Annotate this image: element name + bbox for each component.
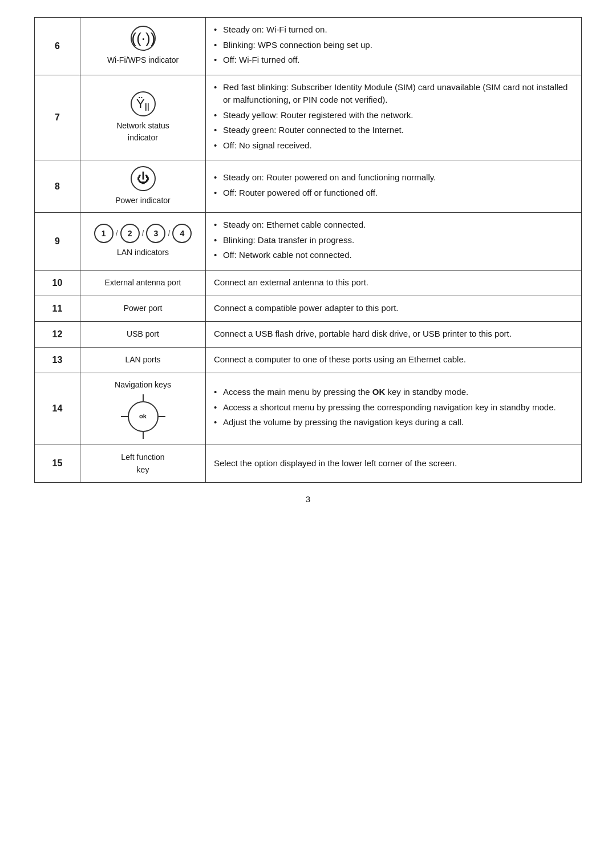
network-icon: Ÿll — [131, 91, 156, 116]
row-description: Steady on: Wi-Fi turned on. Blinking: WP… — [206, 18, 582, 75]
table-row: 11 Power port Connect a compatible power… — [35, 296, 582, 321]
list-item: Red fast blinking: Subscriber Identity M… — [214, 81, 573, 107]
page-container: 6 ((·)) Wi-Fi/WPS indicator Steady on: W… — [34, 17, 582, 504]
row-number: 13 — [35, 347, 80, 373]
list-item: Access the main menu by pressing the OK … — [214, 386, 573, 399]
page-number: 3 — [34, 494, 582, 504]
row-description: Connect a USB flash drive, portable hard… — [206, 321, 582, 347]
power-label: Power indicator — [115, 195, 171, 207]
list-item: Blinking: WPS connection being set up. — [214, 39, 573, 52]
row-indicator: ⏻ Power indicator — [80, 160, 206, 213]
list-item: Access a shortcut menu by pressing the c… — [214, 401, 573, 414]
row-number: 11 — [35, 296, 80, 321]
left-fn-label: Left functionkey — [121, 453, 164, 475]
lan-icons: 1 / 2 / 3 / 4 — [94, 224, 192, 243]
list-item: Steady on: Router powered on and functio… — [214, 171, 573, 184]
usb-desc: Connect a USB flash drive, portable hard… — [214, 329, 512, 338]
wifi-icon: ((·)) — [131, 26, 156, 51]
row-description: Steady on: Ethernet cable connected. Bli… — [206, 213, 582, 271]
lan-num-4: 4 — [172, 224, 192, 243]
list-item: Blinking: Data transfer in progress. — [214, 234, 573, 247]
antenna-label: External antenna port — [105, 278, 181, 287]
power-port-label: Power port — [124, 304, 163, 313]
table-row: 9 1 / 2 / 3 / 4 LAN indicators — [35, 213, 582, 271]
usb-label: USB port — [127, 329, 159, 338]
row-indicator: USB port — [80, 321, 206, 347]
row-number: 6 — [35, 18, 80, 75]
wifi-label: Wi-Fi/WPS indicator — [107, 54, 179, 66]
row-description: Connect a compatible power adapter to th… — [206, 296, 582, 321]
nav-keys-label-top: Navigation keys — [115, 379, 171, 391]
row-description: Access the main menu by pressing the OK … — [206, 373, 582, 445]
list-item: Steady green: Router connected to the In… — [214, 124, 573, 137]
lan-num-3: 3 — [146, 224, 165, 243]
table-row: 12 USB port Connect a USB flash drive, p… — [35, 321, 582, 347]
row-number: 8 — [35, 160, 80, 213]
list-item: Off: Network cable not connected. — [214, 249, 573, 262]
list-item: Off: Wi-Fi turned off. — [214, 54, 573, 67]
row-description: Connect an external antenna to this port… — [206, 270, 582, 296]
indicator-table: 6 ((·)) Wi-Fi/WPS indicator Steady on: W… — [34, 17, 582, 483]
table-row: 15 Left functionkey Select the option di… — [35, 445, 582, 482]
list-item: Adjust the volume by pressing the naviga… — [214, 416, 573, 429]
table-row: 8 ⏻ Power indicator Steady on: Router po… — [35, 160, 582, 213]
lan-num-2: 2 — [120, 224, 140, 243]
row-indicator: 1 / 2 / 3 / 4 LAN indicators — [80, 213, 206, 271]
row-number: 12 — [35, 321, 80, 347]
row-description: Steady on: Router powered on and functio… — [206, 160, 582, 213]
table-row: 7 Ÿll Network statusindicator Red fast b… — [35, 75, 582, 160]
row-description: Connect a computer to one of these ports… — [206, 347, 582, 373]
row-indicator: External antenna port — [80, 270, 206, 296]
list-item: Off: No signal received. — [214, 139, 573, 152]
row-indicator: Power port — [80, 296, 206, 321]
row-number: 7 — [35, 75, 80, 160]
table-row: 10 External antenna port Connect an exte… — [35, 270, 582, 296]
row-indicator: Left functionkey — [80, 445, 206, 482]
left-fn-desc: Select the option displayed in the lower… — [214, 458, 457, 468]
row-description: Select the option displayed in the lower… — [206, 445, 582, 482]
row-indicator: Navigation keys ok — [80, 373, 206, 445]
row-indicator: Ÿll Network statusindicator — [80, 75, 206, 160]
row-indicator: ((·)) Wi-Fi/WPS indicator — [80, 18, 206, 75]
lan-num-1: 1 — [94, 224, 114, 243]
network-label: Network statusindicator — [116, 120, 169, 144]
antenna-desc: Connect an external antenna to this port… — [214, 277, 368, 287]
lan-label: LAN indicators — [117, 247, 169, 259]
list-item: Steady yellow: Router registered with th… — [214, 109, 573, 122]
row-number: 10 — [35, 270, 80, 296]
power-port-desc: Connect a compatible power adapter to th… — [214, 303, 399, 313]
nav-icon: ok — [121, 394, 165, 439]
list-item: Steady on: Ethernet cable connected. — [214, 219, 573, 232]
row-number: 15 — [35, 445, 80, 482]
ok-label: ok — [139, 411, 147, 421]
lan-ports-label: LAN ports — [125, 355, 160, 364]
row-indicator: LAN ports — [80, 347, 206, 373]
list-item: Steady on: Wi-Fi turned on. — [214, 23, 573, 37]
row-number: 9 — [35, 213, 80, 271]
lan-ports-desc: Connect a computer to one of these ports… — [214, 354, 466, 364]
row-description: Red fast blinking: Subscriber Identity M… — [206, 75, 582, 160]
table-row: 13 LAN ports Connect a computer to one o… — [35, 347, 582, 373]
power-icon: ⏻ — [131, 166, 156, 191]
row-number: 14 — [35, 373, 80, 445]
table-row: 14 Navigation keys ok — [35, 373, 582, 445]
table-row: 6 ((·)) Wi-Fi/WPS indicator Steady on: W… — [35, 18, 582, 75]
list-item: Off: Router powered off or functioned of… — [214, 187, 573, 200]
